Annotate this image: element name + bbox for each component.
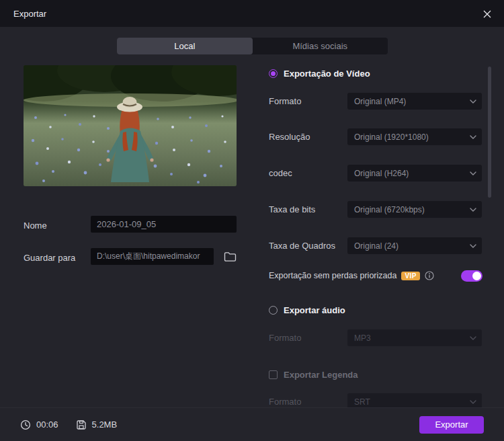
lossless-row: Exportação sem perdas priorizada VIP [269, 270, 482, 282]
clock-icon [20, 419, 31, 430]
chevron-down-icon [470, 99, 476, 104]
codec-row: codec Original (H264) [269, 165, 482, 182]
audio-format-label: Formato [269, 333, 301, 343]
subtitle-format-label: Formato [269, 397, 301, 407]
close-icon [483, 10, 491, 18]
subtitle-format-value: SRT [347, 397, 470, 407]
tab-local[interactable]: Local [117, 38, 253, 54]
chevron-down-icon [470, 244, 476, 248]
subtitle-export-section-header: Exportar Legenda [269, 368, 358, 380]
format-row: Formato Original (MP4) [269, 93, 482, 110]
tab-social-media[interactable]: Mídias sociais [253, 38, 388, 54]
info-icon [425, 271, 434, 280]
format-value: Original (MP4) [347, 97, 470, 106]
framerate-row: Taxa de Quadros Original (24) [269, 237, 482, 254]
dialog-title: Exportar [13, 9, 46, 19]
audio-export-title: Exportar áudio [284, 305, 345, 315]
resolution-value: Original (1920*1080) [347, 132, 470, 142]
audio-format-row: Formato MP3 [269, 329, 482, 346]
tab-social-label: Mídias sociais [292, 41, 347, 51]
video-export-section-header: Exportação de Vídeo [269, 67, 370, 79]
video-preview-thumbnail [24, 65, 237, 186]
save-path-input[interactable] [91, 248, 214, 265]
disk-icon [76, 419, 87, 430]
codec-value: Original (H264) [347, 169, 470, 178]
audio-export-radio[interactable] [269, 306, 278, 315]
lossless-toggle[interactable] [461, 270, 482, 282]
resolution-label: Resolução [269, 132, 310, 142]
bitrate-label: Taxa de bits [269, 204, 315, 214]
browse-folder-button[interactable] [221, 248, 239, 265]
export-button[interactable]: Exportar [419, 416, 484, 434]
framerate-label: Taxa de Quadros [269, 241, 335, 251]
video-export-title: Exportação de Vídeo [284, 69, 370, 79]
audio-format-value: MP3 [347, 333, 470, 343]
bitrate-value: Original (6720kbps) [347, 205, 470, 214]
framerate-dropdown[interactable]: Original (24) [347, 237, 482, 254]
framerate-value: Original (24) [347, 241, 470, 251]
audio-format-dropdown[interactable]: MP3 [347, 329, 482, 346]
titlebar: Exportar [0, 0, 504, 27]
codec-dropdown[interactable]: Original (H264) [347, 165, 482, 182]
format-dropdown[interactable]: Original (MP4) [347, 93, 482, 110]
filesize-text: 5.2MB [92, 419, 118, 430]
chevron-down-icon [470, 171, 476, 175]
scrollbar-thumb[interactable] [488, 67, 491, 198]
audio-export-section-header: Exportar áudio [269, 304, 345, 316]
chevron-down-icon [470, 208, 476, 212]
subtitle-export-title: Exportar Legenda [284, 370, 358, 380]
lossless-info-button[interactable] [425, 271, 434, 280]
codec-label: codec [269, 168, 292, 178]
name-input[interactable] [91, 216, 237, 233]
chevron-down-icon [470, 336, 476, 340]
footer-bar: 00:06 5.2MB Exportar [0, 407, 504, 441]
name-label: Nome [24, 220, 47, 231]
tab-bar: Local Mídias sociais [117, 38, 388, 54]
bitrate-row: Taxa de bits Original (6720kbps) [269, 201, 482, 218]
export-dialog: Exportar Local Mídias sociais [0, 0, 504, 441]
lossless-label: Exportação sem perdas priorizada [269, 271, 396, 280]
video-export-radio[interactable] [269, 69, 278, 78]
vip-badge: VIP [401, 272, 420, 280]
chevron-down-icon [470, 400, 476, 404]
folder-icon [224, 251, 237, 262]
format-label: Formato [269, 96, 301, 106]
close-button[interactable] [478, 5, 496, 23]
save-path-label: Guardar para [24, 253, 75, 263]
resolution-row: Resolução Original (1920*1080) [269, 128, 482, 145]
toggle-knob [472, 272, 481, 280]
duration-text: 00:06 [36, 419, 58, 430]
subtitle-export-checkbox[interactable] [269, 370, 278, 379]
chevron-down-icon [470, 135, 476, 139]
resolution-dropdown[interactable]: Original (1920*1080) [347, 128, 482, 145]
bitrate-dropdown[interactable]: Original (6720kbps) [347, 201, 482, 218]
tab-local-label: Local [174, 41, 195, 51]
